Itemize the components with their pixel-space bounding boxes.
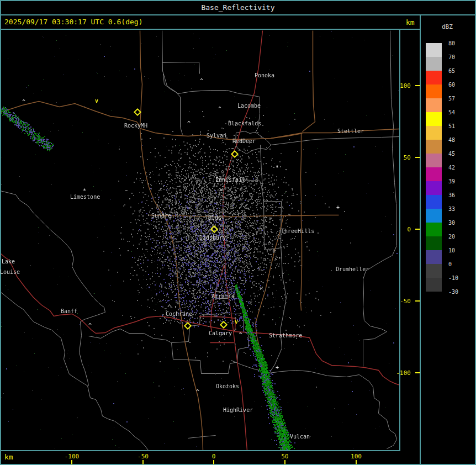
city-label-airdrie: Airdrie xyxy=(211,293,235,299)
right-axis-tick-mark xyxy=(415,300,420,302)
colorbar-value-label: 60 xyxy=(448,82,455,88)
city-label-rockymh: RockyMH xyxy=(124,123,147,129)
right-axis-tick-mark xyxy=(415,372,420,373)
city-label-cochrane: Cochrane xyxy=(166,311,192,317)
city-label-threehills: ThreeHills xyxy=(281,228,314,234)
right-axis-tick-label: 100 xyxy=(394,82,411,89)
colorbar-value-label: 20 xyxy=(448,234,455,240)
colorbar-value-label: 0 xyxy=(448,261,452,267)
colorbar-block xyxy=(426,98,442,112)
bottom-axis-tick-mark xyxy=(71,460,72,464)
colorbar-value-label: 10 xyxy=(448,247,455,253)
colorbar-value-label: -10 xyxy=(448,275,458,281)
city-label-okotoks: Okotoks xyxy=(216,383,239,389)
colorbar-block xyxy=(426,57,442,71)
cross-marker: + xyxy=(276,364,279,371)
colorbar-value-label: 42 xyxy=(448,165,455,171)
colorbar-value-label: 51 xyxy=(448,123,455,129)
city-label-blackfalds: Blackfalds xyxy=(228,120,261,126)
bottom-axis-tick-label: 50 xyxy=(281,453,288,460)
frame-left-border xyxy=(0,0,1,465)
city-label-sylvan: Sylvan xyxy=(207,133,226,139)
city-label-highriver: HighRiver xyxy=(223,407,253,413)
city-label-innisfail: Innisfail xyxy=(215,177,245,183)
bottom-axis-tick-label: -50 xyxy=(137,453,149,460)
city-label-sundre: Sundre xyxy=(151,213,171,219)
city-label-didsbury: Didsbury xyxy=(199,235,226,241)
colorbar-value-label: 80 xyxy=(448,40,455,46)
peak-marker: ^ xyxy=(218,106,221,112)
right-axis-tick-mark xyxy=(415,85,420,86)
colorbar-block xyxy=(426,236,442,250)
bottom-axis-tick-mark xyxy=(284,460,285,464)
star-marker: * xyxy=(83,188,86,194)
city-label-limestone: Limestone xyxy=(70,194,100,200)
colorbar-block xyxy=(426,126,442,140)
colorbar-block xyxy=(426,167,442,181)
colorbar-title: dBZ xyxy=(442,23,453,30)
colorbar-block xyxy=(426,154,442,167)
cross-marker: + xyxy=(272,248,276,254)
colorbar-block xyxy=(426,278,442,292)
peak-marker: ^ xyxy=(196,389,199,395)
city-label-reddeer: RedDeer xyxy=(232,138,256,144)
title-divider-line xyxy=(0,14,476,15)
city-label-vulcan: Vulcan xyxy=(290,434,310,440)
bottom-axis-tick-label: 100 xyxy=(351,453,362,460)
checkpoint-marker: v xyxy=(95,98,98,104)
right-axis-tick-label: 0 xyxy=(394,226,411,233)
map-bottom-border xyxy=(0,450,400,451)
colorbar-block xyxy=(426,209,442,223)
city-label-strathmore: Strathmore xyxy=(269,332,302,339)
right-axis-tick-label: -50 xyxy=(394,298,411,305)
colorbar-block xyxy=(426,43,442,57)
colorbar-block xyxy=(426,140,442,154)
colorbar-value-label: 57 xyxy=(448,96,455,102)
colorbar-value-label: 48 xyxy=(448,137,455,143)
colorbar-value-label: -30 xyxy=(448,289,458,295)
peak-marker: ^ xyxy=(239,332,242,338)
bottom-axis-tick-mark xyxy=(213,460,214,464)
peak-marker: ^ xyxy=(219,189,223,195)
right-axis-tick-label: -100 xyxy=(394,369,411,377)
peak-marker: ^ xyxy=(260,287,263,293)
frame-top-border xyxy=(0,0,476,1)
colorbar-block xyxy=(426,112,442,126)
city-label-calgary: Calgary xyxy=(209,330,232,336)
colorbar-divider-line xyxy=(420,15,421,465)
checkpoint-marker: v xyxy=(235,319,238,325)
right-axis-tick-label: 50 xyxy=(394,154,411,161)
bottom-axis-tick-label: 0 xyxy=(212,453,216,460)
city-label-olds: Olds xyxy=(208,215,221,221)
right-axis-tick-mark xyxy=(415,229,420,230)
right-axis-unit-label: km xyxy=(406,18,415,27)
map-right-border xyxy=(399,29,400,451)
bottom-axis-tick-label: -100 xyxy=(65,453,80,460)
radar-app-window: Base_Reflectivity 2025/09/17 03:30:17 UT… xyxy=(0,0,476,465)
bottom-axis-tick-mark xyxy=(142,460,144,464)
map-top-border xyxy=(0,29,421,30)
peak-marker: ^ xyxy=(22,99,25,105)
colorbar-value-label: 33 xyxy=(448,206,455,212)
city-label-stettler: Stettler xyxy=(337,128,364,134)
colorbar-value-label: 39 xyxy=(448,178,455,184)
peak-marker: ^ xyxy=(187,120,191,126)
cross-marker: + xyxy=(336,204,340,210)
colorbar-block xyxy=(426,71,442,84)
star-marker: * xyxy=(276,165,279,171)
colorbar-value-label: 36 xyxy=(448,192,455,198)
colorbar-value-label: 45 xyxy=(448,151,455,157)
colorbar-value-label: 65 xyxy=(448,68,455,74)
peak-marker: ^ xyxy=(200,78,203,84)
colorbar-block xyxy=(426,181,442,195)
scan-timestamp: 2025/09/17 03:30:17 UTC 0.6(deg) xyxy=(4,18,142,26)
colorbar-value-label: 70 xyxy=(448,54,455,60)
colorbar-block xyxy=(426,195,442,209)
city-label-louise: Louise xyxy=(0,269,20,275)
colorbar-value-label: 54 xyxy=(448,109,455,115)
dbz-colorbar-panel: dBZ 807065605754514845423936333020100-10… xyxy=(421,15,476,464)
city-label-ponoka: Ponoka xyxy=(255,72,274,78)
bottom-axis-unit-label: km xyxy=(4,453,13,461)
colorbar-block xyxy=(426,264,442,278)
city-label-lacombe: Lacombe xyxy=(237,103,261,109)
